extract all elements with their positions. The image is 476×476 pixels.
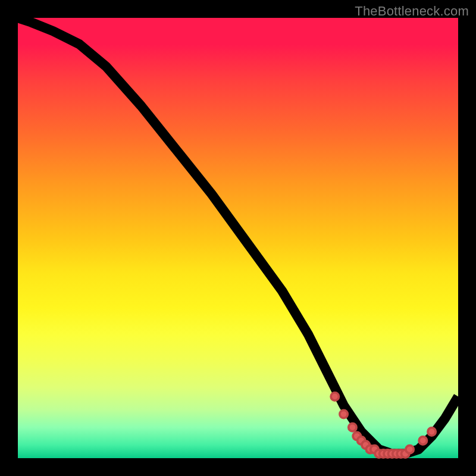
chart-frame: TheBottleneck.com: [0, 0, 476, 476]
curve-svg: [18, 18, 458, 458]
attribution-label: TheBottleneck.com: [355, 4, 469, 19]
trough-dot: [428, 428, 436, 436]
trough-dot: [406, 446, 414, 453]
trough-dot: [419, 437, 427, 444]
trough-dot: [331, 393, 339, 400]
plot-area: [18, 18, 458, 458]
trough-dot: [349, 424, 356, 431]
trough-dot: [340, 410, 347, 418]
bottleneck-curve: [18, 18, 458, 454]
